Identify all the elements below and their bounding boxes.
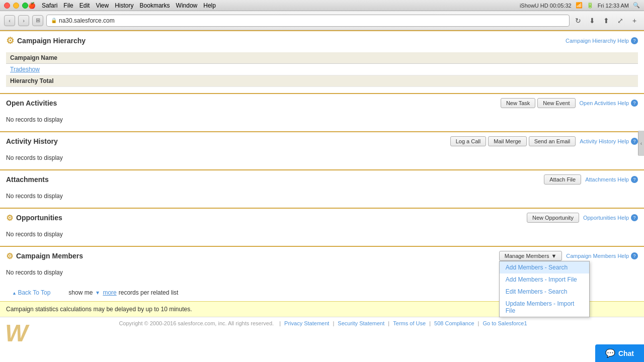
open-activities-body: No records to display <box>0 112 644 131</box>
new-tab-button[interactable]: + <box>629 15 640 26</box>
activity-history-title: Activity History <box>6 137 58 145</box>
back-button[interactable]: ‹ <box>4 15 15 26</box>
terms-of-use-link[interactable]: Terms of Use <box>393 320 426 326</box>
campaign-hierarchy-icon: ⚙ <box>6 35 14 46</box>
browser-toolbar: ‹ › ⊞ 🔒 na30.salesforce.com ↻ ⬇ ⬆ ⤢ + <box>0 11 644 30</box>
system-status: iShowU HD 00:05:32 📶 🔋 Fri 12:33 AM 🔍 <box>520 2 640 9</box>
new-event-button[interactable]: New Event <box>537 98 575 108</box>
campaign-hierarchy-table: Campaign Name Tradeshow Hierarchy Total <box>6 52 638 87</box>
file-menu[interactable]: File <box>63 2 73 9</box>
close-button[interactable] <box>4 3 10 9</box>
campaign-members-help-icon[interactable]: ? <box>631 252 638 259</box>
security-statement-link[interactable]: Security Statement <box>338 320 384 326</box>
opportunities-header: ⚙ Opportunities New Opportunity Opportun… <box>0 209 644 227</box>
more-records-text: show me <box>68 289 93 296</box>
activity-history-header: Activity History Log a Call Mail Merge S… <box>0 132 644 150</box>
opportunities-body: No records to display <box>0 227 644 246</box>
open-activities-section: Open Activities New Task New Event Open … <box>0 93 644 131</box>
tab-layout-button[interactable]: ⊞ <box>32 15 43 26</box>
activity-history-help-icon[interactable]: ? <box>631 138 638 145</box>
chat-label: Chat <box>618 349 634 357</box>
footer-links: Copyright © 2000-2016 salesforce.com, in… <box>0 320 644 326</box>
manage-members-menu: Add Members - Search Add Members - Impor… <box>499 261 590 317</box>
url-text: na30.salesforce.com <box>59 17 115 24</box>
opportunities-actions: New Opportunity <box>527 213 579 223</box>
edit-menu[interactable]: Edit <box>79 2 90 9</box>
fullscreen-button[interactable]: ⤢ <box>615 15 626 26</box>
opportunities-help[interactable]: Opportunities Help ? <box>583 214 638 221</box>
log-call-button[interactable]: Log a Call <box>450 136 487 146</box>
address-bar[interactable]: 🔒 na30.salesforce.com <box>46 15 570 27</box>
attachments-header: Attachments Attach File Attachments Help… <box>0 170 644 189</box>
campaign-name-header: Campaign Name <box>6 52 638 64</box>
privacy-statement-link[interactable]: Privacy Statement <box>284 320 329 326</box>
title-bar: 🍎 Safari File Edit View History Bookmark… <box>0 0 644 11</box>
battery-icon: 🔋 <box>587 2 594 9</box>
safari-menu[interactable]: Safari <box>42 2 57 9</box>
attach-file-button[interactable]: Attach File <box>544 174 581 185</box>
manage-members-button[interactable]: Manage Members ▼ <box>499 251 562 261</box>
open-activities-help[interactable]: Open Activities Help ? <box>580 100 638 107</box>
share-button[interactable]: ⬆ <box>601 15 612 26</box>
new-opportunity-button[interactable]: New Opportunity <box>527 213 579 223</box>
campaign-hierarchy-title: ⚙ Campaign Hierarchy <box>6 35 86 46</box>
activity-history-help[interactable]: Activity History Help ? <box>580 138 638 145</box>
opportunities-help-icon[interactable]: ? <box>631 214 638 221</box>
copyright-text: Copyright © 2000-2016 salesforce.com, in… <box>119 320 274 326</box>
page-footer: Copyright © 2000-2016 salesforce.com, in… <box>0 317 644 329</box>
window-menu[interactable]: Window <box>176 2 198 9</box>
hierarchy-help-icon[interactable]: ? <box>631 37 638 44</box>
open-activities-actions: New Task New Event <box>501 98 576 108</box>
tradeshow-link[interactable]: Tradeshow <box>10 66 40 73</box>
help-menu[interactable]: Help <box>203 2 216 9</box>
mail-merge-button[interactable]: Mail Merge <box>488 136 526 146</box>
chat-button[interactable]: 💬 Chat <box>595 344 644 362</box>
campaign-members-title: ⚙ Campaign Members <box>6 251 83 261</box>
collapse-sidebar-arrow[interactable]: ‹ <box>638 131 644 156</box>
campaign-members-header: ⚙ Campaign Members Manage Members ▼ Add … <box>0 247 644 265</box>
add-members-import-item[interactable]: Add Members - Import File <box>500 274 589 286</box>
wifi-icon: 📶 <box>576 2 583 9</box>
bookmarks-menu[interactable]: Bookmarks <box>140 2 170 9</box>
dropdown-arrow-icon: ▼ <box>551 253 556 259</box>
attachments-help[interactable]: Attachments Help ? <box>585 176 638 183</box>
reload-button[interactable]: ↻ <box>573 15 584 26</box>
view-menu[interactable]: View <box>96 2 109 9</box>
activity-history-actions: Log a Call Mail Merge Send an Email <box>450 136 576 146</box>
search-icon[interactable]: 🔍 <box>633 2 640 9</box>
forward-button[interactable]: › <box>18 15 29 26</box>
opportunities-empty: No records to display <box>6 229 638 240</box>
more-link[interactable]: more <box>103 289 116 296</box>
opportunities-section: ⚙ Opportunities New Opportunity Opportun… <box>0 208 644 246</box>
chat-bubble-icon: 💬 <box>605 348 615 358</box>
salesforce1-link[interactable]: Go to Salesforce1 <box>483 320 527 326</box>
send-email-button[interactable]: Send an Email <box>529 136 576 146</box>
download-button[interactable]: ⬇ <box>587 15 598 26</box>
back-to-top-link[interactable]: Back To Top <box>6 287 56 298</box>
history-menu[interactable]: History <box>115 2 133 9</box>
activity-history-body: No records to display <box>0 150 644 169</box>
attachments-empty: No records to display <box>6 191 638 202</box>
compliance-link[interactable]: 508 Compliance <box>434 320 474 326</box>
hierarchy-total-row: Hierarchy Total <box>6 75 638 87</box>
watermark: W <box>0 319 28 347</box>
attachments-body: No records to display <box>0 189 644 208</box>
add-members-search-item[interactable]: Add Members - Search <box>500 261 589 274</box>
campaign-hierarchy-help[interactable]: Campaign Hierarchy Help ? <box>566 37 638 44</box>
open-activities-header: Open Activities New Task New Event Open … <box>0 94 644 112</box>
apple-menu[interactable]: 🍎 <box>28 2 36 9</box>
new-task-button[interactable]: New Task <box>501 98 535 108</box>
activity-history-empty: No records to display <box>6 152 638 163</box>
table-row: Tradeshow <box>6 64 638 75</box>
campaign-hierarchy-body: Campaign Name Tradeshow Hierarchy Total <box>0 50 644 93</box>
maximize-button[interactable] <box>22 3 28 9</box>
campaign-members-help[interactable]: Campaign Members Help ? <box>566 252 638 259</box>
open-activities-help-icon[interactable]: ? <box>631 100 638 107</box>
minimize-button[interactable] <box>13 3 19 9</box>
manage-members-dropdown[interactable]: Manage Members ▼ Add Members - Search Ad… <box>499 251 562 261</box>
edit-members-search-item[interactable]: Edit Members - Search <box>500 286 589 298</box>
attachments-help-icon[interactable]: ? <box>631 176 638 183</box>
update-members-import-item[interactable]: Update Members - Import File <box>500 298 589 317</box>
page-content: ⚙ Campaign Hierarchy Campaign Hierarchy … <box>0 30 644 362</box>
attachments-title: Attachments <box>6 175 49 184</box>
